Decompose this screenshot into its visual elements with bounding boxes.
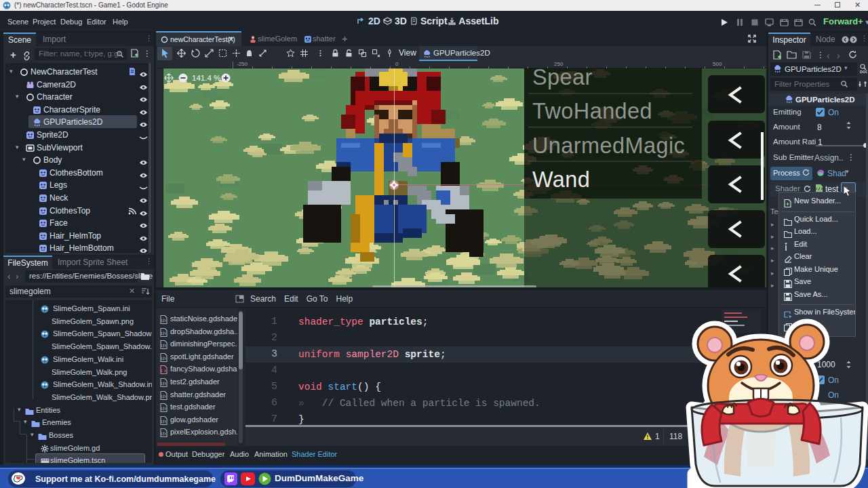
svg-text:DOC: DOC (860, 70, 867, 74)
svg-text:TwoHanded: TwoHanded (532, 99, 652, 123)
svg-text:UnarmedMagic: UnarmedMagic (532, 134, 685, 158)
svg-text:Spear: Spear (532, 68, 593, 89)
svg-text:Wand: Wand (532, 167, 590, 192)
